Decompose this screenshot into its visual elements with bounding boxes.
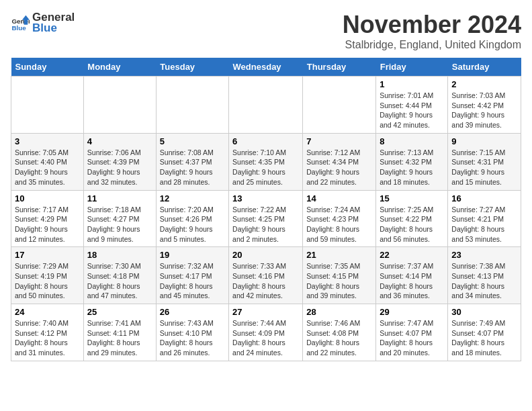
day-info: Sunrise: 7:13 AM Sunset: 4:32 PM Dayligh… [380,148,444,187]
day-info: Sunrise: 7:49 AM Sunset: 4:07 PM Dayligh… [451,318,517,358]
week-row-2: 10Sunrise: 7:17 AM Sunset: 4:29 PM Dayli… [11,190,521,247]
day-info: Sunrise: 7:20 AM Sunset: 4:26 PM Dayligh… [160,205,225,244]
day-cell: 3Sunrise: 7:05 AM Sunset: 4:40 PM Daylig… [11,133,84,190]
day-number: 6 [232,136,299,146]
day-cell: 16Sunrise: 7:27 AM Sunset: 4:21 PM Dayli… [448,190,521,247]
week-row-3: 17Sunrise: 7:29 AM Sunset: 4:19 PM Dayli… [11,247,521,304]
day-number: 27 [232,307,299,317]
day-cell [303,77,376,134]
day-cell: 26Sunrise: 7:43 AM Sunset: 4:10 PM Dayli… [156,304,228,361]
day-info: Sunrise: 7:35 AM Sunset: 4:15 PM Dayligh… [306,261,372,301]
day-cell: 23Sunrise: 7:38 AM Sunset: 4:13 PM Dayli… [448,247,521,304]
day-number: 11 [87,193,152,203]
day-number: 12 [160,193,225,203]
day-info: Sunrise: 7:17 AM Sunset: 4:29 PM Dayligh… [15,205,80,244]
day-cell: 17Sunrise: 7:29 AM Sunset: 4:19 PM Dayli… [11,247,84,304]
day-info: Sunrise: 7:25 AM Sunset: 4:22 PM Dayligh… [380,205,444,244]
day-info: Sunrise: 7:05 AM Sunset: 4:40 PM Dayligh… [15,148,80,187]
month-title: November 2024 [343,11,521,39]
day-cell: 30Sunrise: 7:49 AM Sunset: 4:07 PM Dayli… [448,304,521,361]
day-number: 15 [380,193,444,203]
calendar-table: SundayMondayTuesdayWednesdayThursdayFrid… [11,58,521,361]
day-info: Sunrise: 7:32 AM Sunset: 4:17 PM Dayligh… [160,261,225,301]
day-info: Sunrise: 7:10 AM Sunset: 4:35 PM Dayligh… [232,148,299,187]
day-cell [11,77,84,134]
day-number: 2 [451,79,517,89]
day-cell: 29Sunrise: 7:47 AM Sunset: 4:07 PM Dayli… [376,304,448,361]
day-number: 22 [380,250,444,260]
header-friday: Friday [376,58,448,77]
week-row-1: 3Sunrise: 7:05 AM Sunset: 4:40 PM Daylig… [11,133,521,190]
day-number: 24 [15,307,80,317]
header-wednesday: Wednesday [229,58,303,77]
day-number: 17 [15,250,80,260]
day-number: 14 [306,193,372,203]
day-cell: 5Sunrise: 7:08 AM Sunset: 4:37 PM Daylig… [156,133,228,190]
day-number: 4 [87,136,152,146]
day-cell: 15Sunrise: 7:25 AM Sunset: 4:22 PM Dayli… [376,190,448,247]
header-saturday: Saturday [448,58,521,77]
day-number: 25 [87,307,152,317]
day-cell: 14Sunrise: 7:24 AM Sunset: 4:23 PM Dayli… [303,190,376,247]
week-row-4: 24Sunrise: 7:40 AM Sunset: 4:12 PM Dayli… [11,304,521,361]
day-cell: 9Sunrise: 7:15 AM Sunset: 4:31 PM Daylig… [448,133,521,190]
day-info: Sunrise: 7:01 AM Sunset: 4:44 PM Dayligh… [380,91,444,130]
day-info: Sunrise: 7:44 AM Sunset: 4:09 PM Dayligh… [232,318,299,358]
day-cell: 25Sunrise: 7:41 AM Sunset: 4:11 PM Dayli… [83,304,156,361]
day-number: 26 [160,307,225,317]
title-area: November 2024 Stalbridge, England, Unite… [343,11,521,51]
day-cell: 18Sunrise: 7:30 AM Sunset: 4:18 PM Dayli… [83,247,156,304]
day-cell: 22Sunrise: 7:37 AM Sunset: 4:14 PM Dayli… [376,247,448,304]
day-info: Sunrise: 7:08 AM Sunset: 4:37 PM Dayligh… [160,148,225,187]
day-number: 23 [451,250,517,260]
logo: General Blue General Blue [11,11,75,35]
day-number: 13 [232,193,299,203]
day-number: 30 [451,307,517,317]
location-title: Stalbridge, England, United Kingdom [343,39,521,51]
day-info: Sunrise: 7:18 AM Sunset: 4:27 PM Dayligh… [87,205,152,244]
day-info: Sunrise: 7:12 AM Sunset: 4:34 PM Dayligh… [306,148,372,187]
day-cell: 24Sunrise: 7:40 AM Sunset: 4:12 PM Dayli… [11,304,84,361]
day-cell: 13Sunrise: 7:22 AM Sunset: 4:25 PM Dayli… [229,190,303,247]
day-cell: 27Sunrise: 7:44 AM Sunset: 4:09 PM Dayli… [229,304,303,361]
day-info: Sunrise: 7:37 AM Sunset: 4:14 PM Dayligh… [380,261,444,301]
day-info: Sunrise: 7:22 AM Sunset: 4:25 PM Dayligh… [232,205,299,244]
day-number: 18 [87,250,152,260]
day-info: Sunrise: 7:27 AM Sunset: 4:21 PM Dayligh… [451,205,517,244]
day-cell: 20Sunrise: 7:33 AM Sunset: 4:16 PM Dayli… [229,247,303,304]
day-number: 19 [160,250,225,260]
day-info: Sunrise: 7:43 AM Sunset: 4:10 PM Dayligh… [160,318,225,358]
day-info: Sunrise: 7:41 AM Sunset: 4:11 PM Dayligh… [87,318,152,358]
day-number: 21 [306,250,372,260]
day-number: 28 [306,307,372,317]
day-info: Sunrise: 7:29 AM Sunset: 4:19 PM Dayligh… [15,261,80,301]
day-info: Sunrise: 7:46 AM Sunset: 4:08 PM Dayligh… [306,318,372,358]
day-cell: 7Sunrise: 7:12 AM Sunset: 4:34 PM Daylig… [303,133,376,190]
day-info: Sunrise: 7:03 AM Sunset: 4:42 PM Dayligh… [451,91,517,130]
day-info: Sunrise: 7:24 AM Sunset: 4:23 PM Dayligh… [306,205,372,244]
header-sunday: Sunday [11,58,84,77]
day-cell: 12Sunrise: 7:20 AM Sunset: 4:26 PM Dayli… [156,190,228,247]
day-number: 9 [451,136,517,146]
calendar-header-row: SundayMondayTuesdayWednesdayThursdayFrid… [11,58,521,77]
day-cell: 11Sunrise: 7:18 AM Sunset: 4:27 PM Dayli… [83,190,156,247]
day-number: 1 [380,79,444,89]
day-info: Sunrise: 7:40 AM Sunset: 4:12 PM Dayligh… [15,318,80,358]
day-info: Sunrise: 7:15 AM Sunset: 4:31 PM Dayligh… [451,148,517,187]
day-cell [229,77,303,134]
day-number: 3 [15,136,80,146]
day-info: Sunrise: 7:06 AM Sunset: 4:39 PM Dayligh… [87,148,152,187]
week-row-0: 1Sunrise: 7:01 AM Sunset: 4:44 PM Daylig… [11,77,521,134]
header-tuesday: Tuesday [156,58,228,77]
day-cell [156,77,228,134]
day-info: Sunrise: 7:33 AM Sunset: 4:16 PM Dayligh… [232,261,299,301]
day-cell: 10Sunrise: 7:17 AM Sunset: 4:29 PM Dayli… [11,190,84,247]
day-number: 10 [15,193,80,203]
day-cell: 6Sunrise: 7:10 AM Sunset: 4:35 PM Daylig… [229,133,303,190]
header-thursday: Thursday [303,58,376,77]
day-cell: 1Sunrise: 7:01 AM Sunset: 4:44 PM Daylig… [376,77,448,134]
day-info: Sunrise: 7:38 AM Sunset: 4:13 PM Dayligh… [451,261,517,301]
page-header: General Blue General Blue November 2024 … [11,11,521,51]
day-number: 20 [232,250,299,260]
day-number: 5 [160,136,225,146]
